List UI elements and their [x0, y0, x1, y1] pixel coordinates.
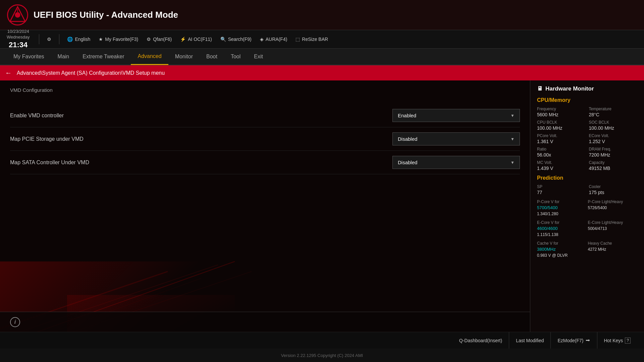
rog-logo-icon — [7, 4, 29, 26]
hw-monitor-title: 🖥 Hardware Monitor — [537, 85, 637, 92]
sp-label: SP — [537, 184, 586, 189]
hw-cell-capacity: Capacity 49152 MB — [589, 160, 638, 171]
main-layout: VMD Configuration Enable VMD controller … — [0, 80, 644, 332]
dram-freq-value: 7200 MHz — [589, 152, 638, 158]
globe-icon: 🌐 — [67, 37, 73, 42]
prediction-sp-row: SP 77 Cooler 175 pts — [537, 184, 637, 195]
mc-volt-label: MC Volt. — [537, 160, 586, 165]
hw-cell-mc-volt: MC Volt. 1.439 V — [537, 160, 586, 171]
qfan-button[interactable]: ⚙ Qfan(F6) — [143, 35, 175, 43]
hw-cell-ecore-volt: ECore Volt. 1.252 V — [589, 133, 638, 144]
ecore-v-freq: 4600/4600 — [537, 226, 557, 231]
ratio-label: Ratio — [537, 147, 586, 152]
ecore-v-label: E-Core V for — [537, 220, 559, 225]
hw-monitor-panel: 🖥 Hardware Monitor CPU/Memory Frequency … — [530, 80, 644, 332]
search-button[interactable]: 🔍 Search(F9) — [217, 35, 255, 43]
nav-item-advanced[interactable]: Advanced — [131, 48, 168, 65]
aioc-label: AI OC(F11) — [188, 37, 212, 42]
pred-sp: SP 77 — [537, 184, 586, 195]
ezmode-button[interactable]: EzMode(F7) ⮕ — [551, 332, 597, 349]
section-title: VMD Configuration — [10, 87, 520, 96]
nav-item-extremetweaker[interactable]: Extreme Tweaker — [76, 48, 131, 65]
hw-cell-cpu-bclk: CPU BCLK 100.00 MHz — [537, 120, 586, 131]
svg-point-7 — [15, 12, 20, 18]
capacity-value: 49152 MB — [589, 166, 638, 171]
search-icon: 🔍 — [220, 37, 226, 42]
settings-icon-button[interactable]: ⚙ — [44, 35, 55, 43]
ecore-light-heavy-label: E-Core Light/Heavy — [588, 220, 623, 225]
ecore-light-heavy-value: 5004/4713 — [588, 226, 607, 231]
dropdown-arrow-3: ▼ — [511, 160, 515, 165]
ratio-value: 56.00x — [537, 152, 586, 158]
map-pcie-dropdown[interactable]: Disabled ▼ — [392, 132, 520, 145]
myfavorite-button[interactable]: ★ My Favorite(F3) — [95, 35, 142, 43]
cache-v-freq: 3800MHz — [537, 247, 556, 252]
pcore-v-freq: 5700/5400 — [537, 205, 557, 210]
map-pcie-label: Map PCIE Storage under VMD — [10, 136, 84, 142]
pcore-v-volt: 1.340/1.280 — [537, 212, 558, 216]
english-button[interactable]: 🌐 English — [64, 35, 94, 43]
prediction-section-title: Prediction — [537, 175, 637, 181]
qdashboard-button[interactable]: Q-Dashboard(Insert) — [452, 332, 509, 349]
cpu-bclk-label: CPU BCLK — [537, 120, 586, 125]
map-pcie-value: Disabled — [398, 136, 417, 142]
hw-cell-dram-freq: DRAM Freq. 7200 MHz — [589, 147, 638, 158]
pred-pcore-v: P-Core V for 5700/5400 1.340/1.280 P-Cor… — [537, 198, 637, 217]
qfan-label: Qfan(F6) — [153, 37, 172, 42]
setting-row-enable-vmd: Enable VMD controller Enabled ▼ — [10, 104, 520, 127]
ezmode-label: EzMode(F7) — [557, 338, 583, 343]
cooler-value: 175 pts — [589, 190, 638, 195]
content-scroll: VMD Configuration Enable VMD controller … — [0, 80, 530, 312]
pred-cache-v: Cache V for 3800MHz 0.983 V @ DLVR Heavy… — [537, 240, 637, 258]
gear-icon: ⚙ — [47, 37, 51, 42]
heavy-cache-label: Heavy Cache — [588, 241, 612, 246]
nav-item-tool[interactable]: Tool — [224, 48, 247, 65]
breadcrumb: ← Advanced\System Agent (SA) Configurati… — [0, 65, 644, 80]
temperature-label: Temperature — [589, 107, 638, 111]
nav-item-boot[interactable]: Boot — [200, 48, 224, 65]
ecore-volt-label: ECore Volt. — [589, 133, 638, 138]
monitor-icon: 🖥 — [537, 85, 543, 92]
pcore-light-heavy-label: P-Core Light/Heavy — [588, 199, 623, 204]
hw-cell-frequency: Frequency 5600 MHz — [537, 107, 586, 117]
nav-item-main[interactable]: Main — [51, 48, 76, 65]
toolbar-divider-2 — [59, 34, 59, 44]
nav-menu: My Favorites Main Extreme Tweaker Advanc… — [0, 49, 644, 65]
datetime: 10/23/2024 Wednesday 21:34 — [7, 29, 30, 50]
ecore-volt-value: 1.252 V — [589, 139, 638, 144]
frequency-value: 5600 MHz — [537, 112, 586, 117]
cpu-bclk-value: 100.00 MHz — [537, 125, 586, 131]
search-label: Search(F9) — [228, 37, 252, 42]
ai-icon: ⚡ — [180, 37, 186, 42]
mc-volt-value: 1.439 V — [537, 166, 586, 171]
logo-area: UEFI BIOS Utility - Advanced Mode — [7, 4, 178, 26]
hotkeys-button[interactable]: Hot Keys ? — [597, 332, 638, 349]
hw-cell-soc-bclk: SOC BCLK 100.00 MHz — [589, 120, 638, 131]
aura-button[interactable]: ◈ AURA(F4) — [257, 35, 291, 43]
setting-row-map-pcie: Map PCIE Storage under VMD Disabled ▼ — [10, 127, 520, 151]
last-modified-button[interactable]: Last Modified — [509, 332, 551, 349]
setting-row-map-sata: Map SATA Controller Under VMD Disabled ▼ — [10, 151, 520, 174]
nav-item-exit[interactable]: Exit — [247, 48, 270, 65]
cpu-memory-section-title: CPU/Memory — [537, 97, 637, 103]
nav-item-myfavorites[interactable]: My Favorites — [7, 48, 51, 65]
aioc-button[interactable]: ⚡ AI OC(F11) — [177, 35, 215, 43]
back-arrow-icon[interactable]: ← — [5, 69, 12, 77]
star-icon: ★ — [99, 37, 103, 42]
info-area: i — [0, 312, 530, 332]
map-sata-label: Map SATA Controller Under VMD — [10, 160, 89, 166]
breadcrumb-text: Advanced\System Agent (SA) Configuration… — [17, 70, 165, 76]
map-sata-dropdown[interactable]: Disabled ▼ — [392, 156, 520, 169]
pcore-volt-value: 1.361 V — [537, 139, 586, 144]
resizebar-button[interactable]: ⬚ ReSize BAR — [292, 35, 331, 43]
myfavorite-label: My Favorite(F3) — [105, 37, 138, 42]
english-label: English — [75, 37, 90, 42]
hotkeys-label: Hot Keys — [604, 338, 623, 343]
capacity-label: Capacity — [589, 160, 638, 165]
dropdown-arrow-1: ▼ — [511, 113, 515, 118]
enable-vmd-dropdown[interactable]: Enabled ▼ — [392, 109, 520, 122]
aura-label: AURA(F4) — [266, 37, 287, 42]
sp-value: 77 — [537, 190, 586, 195]
info-icon: i — [10, 317, 20, 327]
nav-item-monitor[interactable]: Monitor — [168, 48, 200, 65]
